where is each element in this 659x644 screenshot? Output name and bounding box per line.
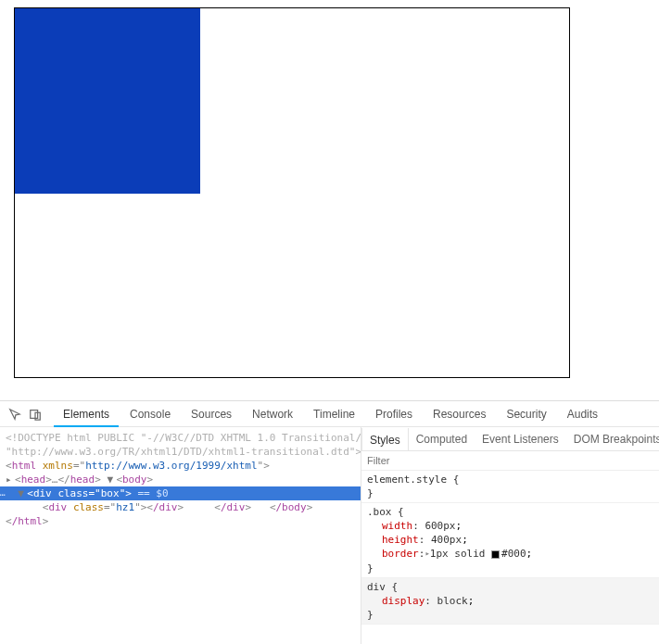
devtools-body: <!DOCTYPE html PUBLIC "-//W3C//DTD XHTML… [0, 427, 659, 644]
rendered-box [14, 7, 570, 378]
rule-div-ua[interactable]: div { display: block; } [361, 578, 659, 625]
styles-pane: Styles Computed Event Listeners DOM Brea… [361, 427, 659, 644]
subtab-dom-breakpoints[interactable]: DOM Breakpoints [566, 427, 659, 451]
rule-box[interactable]: .box { width: 600px; height: 400px; bord… [361, 503, 659, 578]
tab-sources[interactable]: Sources [182, 401, 241, 427]
device-mode-icon[interactable] [26, 405, 44, 423]
doctype-line2: "http://www.w3.org/TR/xhtml1/DTD/xhtml1-… [6, 446, 361, 458]
body-open-line[interactable]: ▼<body> [107, 474, 153, 486]
tab-resources[interactable]: Resources [424, 401, 495, 427]
selected-dom-node[interactable]: ⋯ ▼<div class="box"> == $0 [0, 486, 361, 500]
child-div-line[interactable]: <div class="hz1"></div> [6, 501, 184, 513]
tab-timeline[interactable]: Timeline [304, 401, 364, 427]
devtools-tabbar: Elements Console Sources Network Timelin… [0, 401, 659, 427]
subtab-styles[interactable]: Styles [361, 428, 409, 452]
color-swatch-icon[interactable] [491, 550, 500, 559]
tab-network[interactable]: Network [243, 401, 302, 427]
page-viewport [0, 0, 659, 400]
styles-subtabs: Styles Computed Event Listeners DOM Brea… [361, 427, 659, 451]
subtab-computed[interactable]: Computed [409, 427, 475, 451]
dom-tree-pane[interactable]: <!DOCTYPE html PUBLIC "-//W3C//DTD XHTML… [0, 427, 361, 644]
rendered-inner-box [15, 8, 200, 194]
html-open-line[interactable]: <html xmlns="http://www.w3.org/1999/xhtm… [6, 460, 270, 472]
doctype-line: <!DOCTYPE html PUBLIC "-//W3C//DTD XHTML… [6, 432, 361, 444]
close-div-line[interactable]: </div> [190, 501, 251, 513]
tab-elements[interactable]: Elements [54, 401, 119, 427]
devtools-panel: Elements Console Sources Network Timelin… [0, 400, 659, 644]
subtab-event-listeners[interactable]: Event Listeners [475, 427, 566, 451]
styles-filter-row [361, 451, 659, 471]
close-body-line[interactable]: </body> [258, 501, 313, 513]
css-rules-list: element.style { } .box { width: 600px; h… [361, 471, 659, 644]
tab-profiles[interactable]: Profiles [366, 401, 422, 427]
tab-audits[interactable]: Audits [558, 401, 607, 427]
styles-filter-input[interactable] [367, 455, 653, 466]
tab-security[interactable]: Security [497, 401, 555, 427]
tab-console[interactable]: Console [120, 401, 180, 427]
svg-rect-0 [31, 410, 38, 418]
rule-element-style[interactable]: element.style { } [361, 471, 659, 503]
head-line[interactable]: ▸<head>…</head> [6, 474, 101, 486]
inspect-icon[interactable] [6, 405, 24, 423]
close-html-line[interactable]: </html> [6, 515, 48, 527]
